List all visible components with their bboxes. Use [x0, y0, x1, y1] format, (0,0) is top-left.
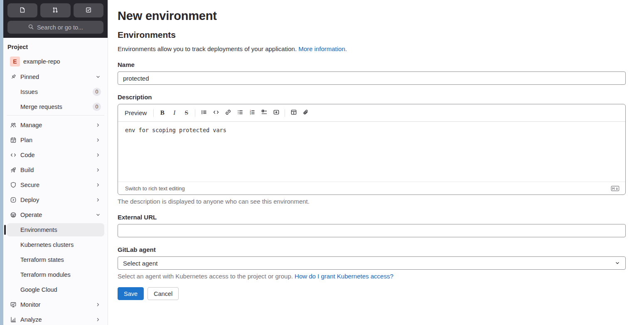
analyze-icon [10, 316, 17, 323]
name-label: Name [118, 61, 626, 68]
merge-request-icon [52, 7, 59, 15]
manage-icon [10, 122, 17, 128]
collapsible-section-icon [273, 109, 280, 117]
project-section-label: Project [3, 40, 108, 54]
bold-button[interactable]: B [157, 107, 168, 119]
insert-link-button[interactable] [222, 107, 234, 119]
insert-table-button[interactable] [288, 107, 300, 119]
italic-button[interactable]: I [169, 107, 180, 119]
page-title: New environment [118, 9, 626, 23]
sidebar-item-label: Analyze [20, 316, 95, 323]
bullet-list-icon [237, 109, 243, 117]
agent-select-value: Select agent [123, 260, 157, 267]
gitlab-agent-label: GitLab agent [118, 246, 626, 253]
intro-text: Environments allow you to track deployme… [118, 45, 626, 52]
code-icon [10, 152, 17, 158]
gitlab-app: Search or go to... Project E example-rep… [0, 0, 644, 325]
section-title: Environments [118, 30, 626, 40]
todo-icon [85, 7, 92, 15]
kubernetes-access-link[interactable]: How do I grant Kubernetes access? [295, 273, 393, 280]
sidebar-item-manage[interactable]: Manage [7, 118, 104, 132]
sidebar-item-terraform-modules[interactable]: Terraform modules [7, 268, 104, 281]
cancel-button[interactable]: Cancel [147, 287, 179, 300]
quote-button[interactable] [198, 107, 210, 119]
description-textarea[interactable]: env for scoping protected vars [118, 122, 625, 182]
agent-select[interactable]: Select agent [118, 256, 626, 270]
chevron-right-icon [95, 197, 101, 203]
toolbar-divider [285, 109, 285, 117]
issues-shortcut-button[interactable] [7, 3, 37, 17]
name-input[interactable] [118, 71, 626, 85]
build-icon [10, 167, 17, 173]
agent-help-sentence: Select an agent with Kubernetes access t… [118, 273, 293, 280]
markdown-icon [611, 186, 619, 191]
agent-help-text: Select an agent with Kubernetes access t… [118, 273, 626, 280]
task-list-icon [261, 109, 268, 117]
merge-requests-shortcut-button[interactable] [40, 3, 70, 17]
sidebar-item-label: Operate [20, 212, 95, 218]
preview-tab[interactable]: Preview [122, 108, 151, 118]
save-button[interactable]: Save [118, 287, 144, 300]
sidebar-item-monitor[interactable]: Monitor [7, 298, 104, 311]
svg-text:3: 3 [250, 113, 251, 115]
sidebar-item-label: Terraform modules [20, 271, 101, 278]
sidebar-item-kubernetes-clusters[interactable]: Kubernetes clusters [7, 238, 104, 251]
sidebar-item-terraform-states[interactable]: Terraform states [7, 253, 104, 266]
monitor-icon [10, 301, 17, 308]
sidebar-item-label: Code [20, 152, 95, 158]
sidebar-item-code[interactable]: Code [7, 148, 104, 162]
search-input[interactable]: Search or go to... [7, 21, 103, 34]
chevron-right-icon [95, 317, 101, 323]
project-name: example-repo [23, 58, 101, 65]
todo-shortcut-button[interactable] [74, 3, 103, 17]
sidebar-header: Search or go to... [3, 0, 108, 38]
sidebar-item-label: Kubernetes clusters [20, 241, 101, 248]
secure-icon [10, 182, 17, 188]
chevron-right-icon [95, 182, 101, 188]
task-list-button[interactable] [258, 107, 270, 119]
switch-rich-text-button[interactable]: Switch to rich text editing [125, 185, 185, 192]
attach-file-button[interactable] [300, 107, 312, 119]
sidebar-item-build[interactable]: Build [7, 163, 104, 177]
plan-icon [10, 137, 17, 143]
sidebar-item-operate[interactable]: Operate [7, 208, 104, 222]
numbered-list-button[interactable]: 123 [246, 107, 258, 119]
numbered-list-icon: 123 [249, 109, 256, 117]
issues-icon [19, 7, 26, 15]
sidebar-item-analyze[interactable]: Analyze [7, 313, 104, 325]
desktop-edge-strip [0, 0, 3, 325]
sidebar-nav: Project E example-repo Pinned Issues 0 M… [3, 38, 108, 325]
external-url-input[interactable] [118, 224, 626, 237]
sidebar-item-google-cloud[interactable]: Google Cloud [7, 283, 104, 296]
search-icon [28, 24, 34, 31]
sidebar-item-issues[interactable]: Issues 0 [7, 85, 104, 98]
sidebar: Search or go to... Project E example-rep… [3, 0, 108, 325]
bullet-list-button[interactable] [234, 107, 246, 119]
sidebar-item-environments[interactable]: Environments [7, 223, 104, 236]
intro-sentence: Environments allow you to track deployme… [118, 45, 297, 52]
more-information-link[interactable]: More information. [298, 45, 347, 52]
sidebar-item-label: Terraform states [20, 256, 101, 263]
sidebar-item-project[interactable]: E example-repo [7, 54, 104, 69]
deploy-icon [10, 197, 17, 203]
sidebar-item-label: Deploy [20, 197, 95, 203]
shortcut-buttons [7, 3, 103, 17]
sidebar-item-plan[interactable]: Plan [7, 133, 104, 147]
pin-icon [10, 74, 17, 80]
chevron-right-icon [95, 152, 101, 158]
table-icon [290, 109, 297, 117]
chevron-right-icon [95, 302, 101, 308]
insert-code-button[interactable] [210, 107, 222, 119]
sidebar-item-deploy[interactable]: Deploy [7, 193, 104, 207]
external-url-label: External URL [118, 214, 626, 221]
form-actions: Save Cancel [118, 287, 626, 300]
sidebar-item-pinned[interactable]: Pinned [7, 70, 104, 84]
markdown-editor: Preview B I S 123 [118, 104, 626, 195]
strikethrough-button[interactable]: S [181, 107, 192, 119]
chevron-down-icon [615, 260, 620, 266]
sidebar-item-merge-requests[interactable]: Merge requests 0 [7, 100, 104, 113]
attach-file-icon [302, 109, 309, 117]
collapsible-section-button[interactable] [270, 107, 282, 119]
sidebar-item-secure[interactable]: Secure [7, 178, 104, 192]
sidebar-item-label: Monitor [20, 301, 95, 308]
